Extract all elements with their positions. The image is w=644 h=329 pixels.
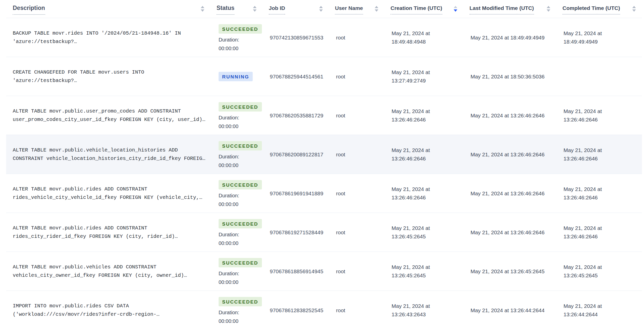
description-cell: ALTER TABLE movr.public.rides ADD CONSTR… <box>6 174 217 213</box>
job-id-cell: 970678619271528449 <box>269 213 335 252</box>
job-id-cell: 970678612838252545 <box>269 291 335 329</box>
column-header-creation-time[interactable]: Creation Time (UTC) <box>391 5 469 15</box>
last-modified-time: May 21, 2024 at 18:49:49:4949 <box>471 35 558 40</box>
duration-value: 00:00:00 <box>219 241 238 246</box>
description-line-2: 'azure://testbackup?… <box>13 78 212 83</box>
sort-asc-icon <box>319 6 323 8</box>
last-modified-time: May 21, 2024 at 13:26:46:2646 <box>471 230 558 235</box>
sort-icons <box>319 6 323 12</box>
duration-value: 00:00:00 <box>219 163 238 168</box>
status-cell: RUNNING Duration: <box>217 57 269 96</box>
column-header-completed-time[interactable]: Completed Time (UTC) <box>562 5 642 15</box>
last-modified-time-cell: May 21, 2024 at 18:50:36:5036 <box>469 57 562 96</box>
last-modified-time-cell: May 21, 2024 at 13:26:46:2646 <box>469 135 562 174</box>
job-id: 970678825944514561 <box>270 74 331 79</box>
creation-time-line-2: 13:26:46:2646 <box>392 117 465 122</box>
description-line-1: ALTER TABLE movr.public.rides ADD CONSTR… <box>13 226 212 231</box>
column-header-job-id[interactable]: Job ID <box>269 5 335 15</box>
duration-value: 00:00:00 <box>219 46 238 51</box>
sort-icons <box>454 6 457 12</box>
duration-label: Duration: <box>219 310 239 315</box>
column-header-description[interactable]: Description <box>6 5 217 15</box>
last-modified-time-cell: May 21, 2024 at 13:26:46:2646 <box>469 213 562 252</box>
column-header-status[interactable]: Status <box>217 5 269 15</box>
table-body: BACKUP TABLE movr.rides INTO '/2024/05/2… <box>6 18 642 329</box>
status-cell: SUCCEEDED Duration: 00:00:00 <box>217 135 269 174</box>
creation-time-cell: May 21, 2024 at 13:26:45:2645 <box>391 213 469 252</box>
last-modified-time: May 21, 2024 at 13:26:45:2645 <box>471 269 558 274</box>
table-row[interactable]: ALTER TABLE movr.public.user_promo_codes… <box>6 96 642 135</box>
user-name: root <box>336 230 386 235</box>
table-row[interactable]: BACKUP TABLE movr.rides INTO '/2024/05/2… <box>6 18 642 57</box>
column-header-label: Status <box>217 5 234 15</box>
creation-time-line-2: 13:26:46:2646 <box>392 156 465 161</box>
sort-icons <box>632 6 636 12</box>
sort-desc-icon <box>201 9 204 12</box>
creation-time-cell: May 21, 2024 at 13:26:43:2643 <box>391 291 469 329</box>
last-modified-time-cell: May 21, 2024 at 13:26:46:2646 <box>469 174 562 213</box>
job-id-cell: 970678620089122817 <box>269 135 335 174</box>
last-modified-time: May 21, 2024 at 13:26:44:2644 <box>471 308 558 313</box>
job-id: 970678620535881729 <box>270 113 331 118</box>
status-cell: SUCCEEDED Duration: 00:00:00 <box>217 18 269 57</box>
completed-time-line-2: 13:26:46:2646 <box>564 156 638 161</box>
duration-value: 00:00:00 <box>219 280 238 285</box>
sort-desc-icon <box>547 9 550 12</box>
column-header-label: User Name <box>335 5 363 15</box>
table-row[interactable]: ALTER TABLE movr.public.vehicles ADD CON… <box>6 252 642 291</box>
job-id-cell: 970678618856914945 <box>269 252 335 291</box>
column-header-last-modified-time[interactable]: Last Modified Time (UTC) <box>469 5 562 15</box>
duration-label: Duration: <box>219 154 239 159</box>
status-cell: SUCCEEDED Duration: 00:00:00 <box>217 252 269 291</box>
table-row[interactable]: ALTER TABLE movr.public.vehicle_location… <box>6 135 642 174</box>
column-header-user-name[interactable]: User Name <box>335 5 391 15</box>
description-line-1: ALTER TABLE movr.public.vehicles ADD CON… <box>13 265 212 270</box>
status-badge: SUCCEEDED <box>219 219 262 228</box>
completed-time-cell: May 21, 2024 at 13:26:46:2646 <box>562 135 642 174</box>
creation-time-line-2: 13:26:43:2643 <box>392 312 465 317</box>
creation-time-line-1: May 21, 2024 at <box>392 186 465 192</box>
last-modified-time: May 21, 2024 at 13:26:46:2646 <box>471 113 558 118</box>
table-row[interactable]: IMPORT INTO movr.public.rides CSV DATA (… <box>6 291 642 329</box>
completed-time-line-2: 13:26:46:2646 <box>564 117 638 122</box>
sort-desc-icon <box>375 9 378 12</box>
duration-value: 00:00:00 <box>219 319 238 324</box>
completed-time-cell: May 21, 2024 at 13:26:46:2646 <box>562 213 642 252</box>
status-badge: SUCCEEDED <box>219 258 262 267</box>
duration-label: Duration: <box>219 193 239 198</box>
status-cell: SUCCEEDED Duration: 00:00:00 <box>217 96 269 135</box>
table-row[interactable]: CREATE CHANGEFEED FOR TABLE movr.users I… <box>6 57 642 96</box>
description-line-1: ALTER TABLE movr.public.user_promo_codes… <box>13 109 212 114</box>
duration-value: 00:00:00 <box>219 124 238 129</box>
last-modified-time: May 21, 2024 at 13:26:46:2646 <box>471 152 558 157</box>
sort-desc-icon <box>319 9 323 12</box>
table-row[interactable]: ALTER TABLE movr.public.rides ADD CONSTR… <box>6 174 642 213</box>
completed-time-line-1: May 21, 2024 at <box>564 264 638 270</box>
creation-time-line-1: May 21, 2024 at <box>392 31 465 36</box>
sort-icons <box>375 6 378 12</box>
last-modified-time-cell: May 21, 2024 at 13:26:46:2646 <box>469 96 562 135</box>
completed-time-line-1: May 21, 2024 at <box>564 303 638 309</box>
description-line-2: vehicles_city_owner_id_fkey FOREIGN KEY … <box>13 273 212 278</box>
column-header-label: Last Modified Time (UTC) <box>469 5 534 15</box>
completed-time-cell: May 21, 2024 at 18:49:49:4949 <box>562 18 642 57</box>
status-cell: SUCCEEDED Duration: 00:00:00 <box>217 174 269 213</box>
job-id: 970678619691941889 <box>270 191 331 196</box>
status-cell: SUCCEEDED Duration: 00:00:00 <box>217 213 269 252</box>
last-modified-time: May 21, 2024 at 13:26:46:2646 <box>471 191 558 196</box>
job-id-cell: 970678619691941889 <box>269 174 335 213</box>
user-name-cell: root <box>335 252 391 291</box>
sort-icons <box>253 6 257 12</box>
status-badge: SUCCEEDED <box>219 24 262 34</box>
duration-label: Duration: <box>219 37 239 42</box>
table-row[interactable]: ALTER TABLE movr.public.rides ADD CONSTR… <box>6 213 642 252</box>
creation-time-line-2: 18:49:48:4948 <box>392 39 465 44</box>
sort-icons <box>547 6 550 12</box>
completed-time-line-1: May 21, 2024 at <box>564 147 638 153</box>
last-modified-time-cell: May 21, 2024 at 13:26:44:2644 <box>469 291 562 329</box>
completed-time-cell: May 21, 2024 at 13:26:46:2646 <box>562 96 642 135</box>
job-id: 970678619271528449 <box>270 230 331 235</box>
user-name: root <box>336 35 386 40</box>
sort-asc-icon <box>253 6 257 8</box>
completed-time-line-1: May 21, 2024 at <box>564 108 638 114</box>
